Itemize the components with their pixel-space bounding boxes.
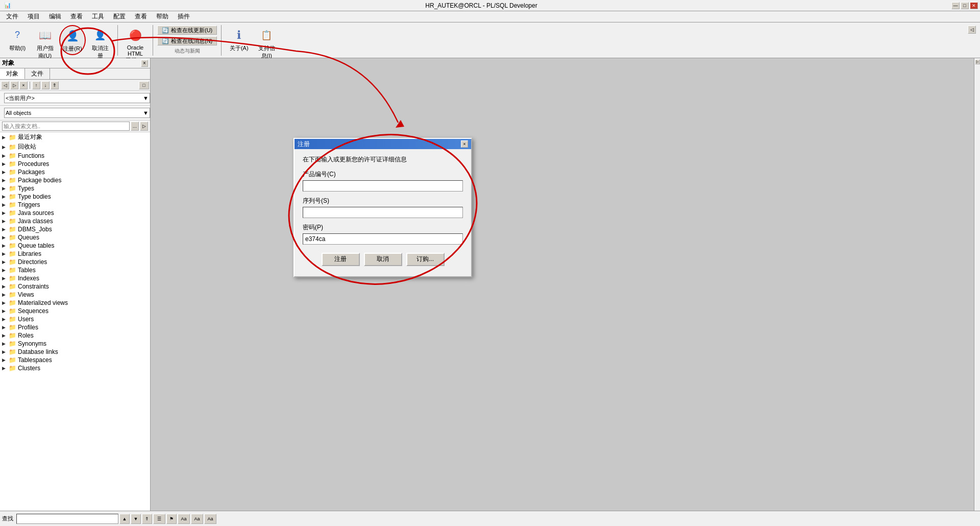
register-dialog: 注册 × 在下面输入或更新您的许可证详细信息 产品编号(C) 序列号(S) 密码…: [293, 138, 472, 277]
serial-number-field: 序列号(S): [303, 197, 463, 218]
dialog-cancel-button[interactable]: 取消: [364, 253, 402, 266]
serial-number-input[interactable]: [303, 207, 463, 218]
dialog-body: 在下面输入或更新您的许可证详细信息 产品编号(C) 序列号(S) 密码(P) 注…: [295, 149, 471, 276]
password-input[interactable]: [303, 233, 463, 245]
dialog-close-button[interactable]: ×: [461, 140, 468, 148]
password-field: 密码(P): [303, 223, 463, 245]
dialog-buttons: 注册 取消 订购...: [303, 253, 463, 270]
password-label: 密码(P): [303, 223, 463, 232]
product-code-label: 产品编号(C): [303, 170, 463, 179]
product-code-input[interactable]: [303, 180, 463, 192]
dialog-order-button[interactable]: 订购...: [406, 253, 445, 266]
product-code-field: 产品编号(C): [303, 170, 463, 192]
serial-number-label: 序列号(S): [303, 197, 463, 205]
dialog-title: 注册: [298, 140, 310, 149]
dialog-register-button[interactable]: 注册: [322, 253, 360, 266]
dialog-title-bar: 注册 ×: [295, 139, 471, 149]
dialog-info-text: 在下面输入或更新您的许可证详细信息: [303, 155, 463, 164]
dialog-overlay: 注册 × 在下面输入或更新您的许可证详细信息 产品编号(C) 序列号(S) 密码…: [0, 0, 980, 526]
